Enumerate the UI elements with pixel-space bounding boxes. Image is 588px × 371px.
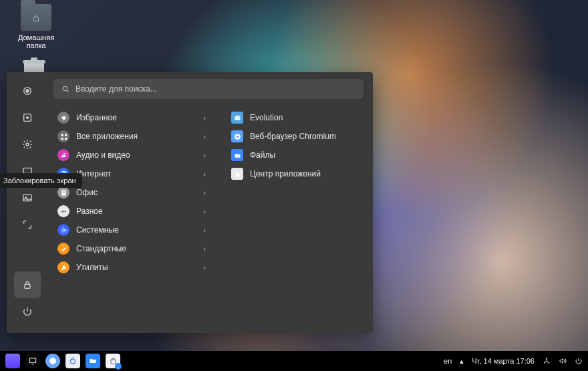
category-item[interactable]: Стандартные›	[53, 239, 210, 258]
application-menu: Вводите для поиска... Избранное›Все прил…	[7, 72, 373, 333]
app-label: Веб-браузер Chromium	[250, 132, 359, 141]
chevron-right-icon: ›	[203, 189, 206, 197]
category-item[interactable]: Утилиты›	[53, 258, 210, 277]
power-icon[interactable]	[575, 357, 583, 365]
chevron-right-icon: ›	[203, 207, 206, 215]
desktop-icon-label: Домашняя папка	[9, 33, 63, 49]
apps-column: EvolutionВеб-браузер ChromiumФайлыЦентр …	[227, 108, 363, 324]
rail-settings[interactable]	[14, 131, 41, 158]
taskbar-menu-button[interactable]	[5, 354, 20, 368]
category-label: Аудио и видео	[76, 150, 196, 160]
gear-icon	[57, 224, 69, 236]
chevron-right-icon: ›	[203, 114, 206, 122]
category-label: Системные	[76, 225, 196, 235]
category-item[interactable]: Системные›	[53, 221, 210, 239]
download-badge-icon: ↓	[115, 363, 122, 370]
search-icon	[61, 85, 70, 94]
chrome-icon	[231, 130, 243, 142]
app-item[interactable]: Центр приложений	[227, 164, 363, 183]
search-placeholder: Вводите для поиска...	[76, 84, 157, 94]
app-label: Центр приложений	[250, 169, 359, 178]
taskbar-launchers: ↓	[5, 354, 120, 368]
taskbar: ↓ en ▴ Чт, 14 марта 17:06	[0, 351, 588, 371]
category-item[interactable]: Разное›	[53, 202, 210, 221]
volume-icon[interactable]	[559, 357, 567, 365]
rail-expand[interactable]	[14, 211, 41, 238]
category-label: Стандартные	[76, 244, 196, 253]
category-item[interactable]: Аудио и видео›	[53, 146, 210, 164]
heart-icon	[57, 112, 69, 124]
tray-up-icon[interactable]: ▴	[460, 357, 464, 366]
bag-icon	[69, 357, 77, 365]
svg-point-4	[26, 143, 29, 146]
dots-icon	[57, 205, 69, 217]
rail-picture[interactable]	[14, 184, 41, 211]
rail-lock[interactable]	[14, 271, 41, 298]
chevron-right-icon: ›	[203, 245, 206, 253]
chevron-right-icon: ›	[203, 263, 206, 271]
trash-lid-icon	[23, 60, 45, 64]
network-icon[interactable]	[543, 357, 551, 365]
chevron-right-icon: ›	[203, 170, 206, 178]
doc-icon	[57, 187, 69, 199]
category-label: Офис	[76, 188, 196, 197]
category-label: Все приложения	[76, 132, 196, 141]
svg-point-3	[27, 117, 29, 119]
taskbar-store[interactable]: ↓	[106, 354, 120, 368]
rail-record[interactable]	[14, 78, 41, 104]
taskbar-files[interactable]	[86, 354, 100, 368]
menu-body: Вводите для поиска... Избранное›Все прил…	[48, 72, 373, 333]
chevron-right-icon: ›	[203, 226, 206, 234]
category-item[interactable]: Избранное›	[53, 108, 210, 127]
bag-icon	[231, 168, 243, 180]
svg-point-10	[63, 86, 67, 91]
category-item[interactable]: Все приложения›	[53, 127, 210, 146]
taskbar-chromium[interactable]	[45, 354, 60, 368]
folder-icon: ⌂	[21, 4, 51, 31]
taskbar-software-center[interactable]	[65, 354, 80, 368]
app-label: Evolution	[250, 113, 359, 122]
svg-line-11	[67, 90, 69, 92]
system-tray: en ▴ Чт, 14 марта 17:06	[444, 357, 583, 366]
search-input[interactable]: Вводите для поиска...	[53, 79, 363, 99]
tool-icon	[57, 261, 69, 273]
mail-icon	[231, 112, 243, 124]
desktop-icon-home[interactable]: ⌂ Домашняя папка	[9, 4, 63, 49]
note-icon	[57, 149, 69, 161]
chevron-right-icon: ›	[203, 151, 206, 159]
category-label: Избранное	[76, 113, 196, 122]
rail-power[interactable]	[14, 298, 41, 325]
menu-rail	[7, 72, 48, 333]
app-item[interactable]: Evolution	[227, 108, 363, 127]
folder-icon	[89, 357, 97, 365]
rail-lock-tooltip: Заблокировать экран	[0, 173, 82, 188]
chevron-right-icon: ›	[203, 132, 206, 140]
category-label: Интернет	[76, 169, 196, 178]
svg-point-1	[26, 90, 29, 92]
svg-rect-9	[25, 284, 30, 288]
tray-datetime[interactable]: Чт, 14 марта 17:06	[472, 357, 535, 365]
rail-app[interactable]	[14, 104, 41, 131]
folder-icon	[231, 149, 243, 161]
app-label: Файлы	[250, 150, 359, 160]
grid-icon	[57, 130, 69, 142]
app-item[interactable]: Веб-браузер Chromium	[227, 127, 363, 146]
category-label: Утилиты	[76, 263, 196, 272]
check-icon	[57, 243, 69, 255]
tray-lang[interactable]: en	[444, 357, 452, 365]
desktop-icon	[28, 356, 37, 366]
category-label: Разное	[76, 207, 196, 216]
taskbar-show-desktop[interactable]	[25, 354, 40, 368]
app-item[interactable]: Файлы	[227, 146, 363, 164]
svg-rect-12	[29, 358, 35, 362]
categories-column: Избранное›Все приложения›Аудио и видео›И…	[53, 108, 210, 324]
